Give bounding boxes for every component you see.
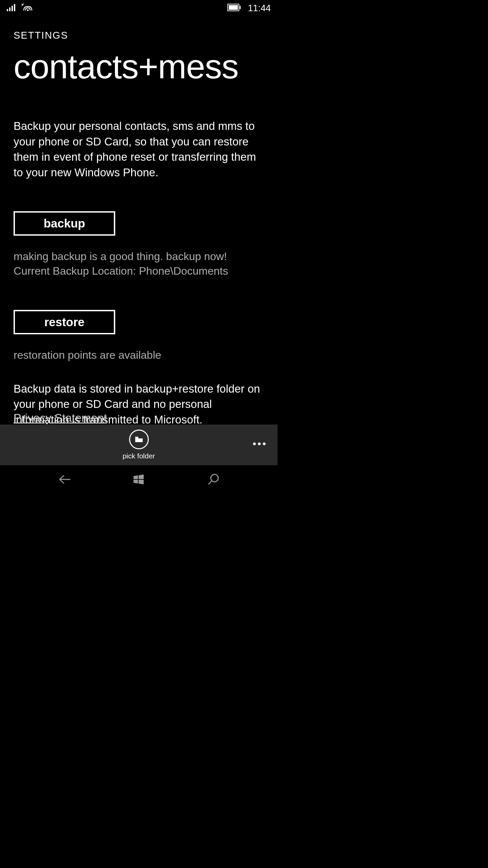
page-title: contacts+mess	[14, 47, 264, 86]
restore-button[interactable]: restore	[14, 310, 115, 334]
svg-rect-7	[240, 6, 241, 9]
svg-rect-0	[7, 9, 8, 11]
svg-rect-8	[135, 437, 138, 438]
svg-rect-2	[12, 6, 13, 11]
windows-button[interactable]	[128, 469, 149, 490]
page-category: SETTINGS	[14, 30, 264, 41]
pick-folder-button[interactable]: pick folder	[123, 430, 155, 460]
search-button[interactable]	[203, 469, 223, 490]
nav-bar	[0, 465, 278, 494]
content-area: SETTINGS contacts+mess Backup your perso…	[0, 30, 278, 427]
backup-hint: making backup is a good thing. backup no…	[14, 249, 264, 278]
svg-rect-1	[9, 7, 11, 11]
restore-hint: restoration points are available	[14, 348, 264, 362]
signal-icon	[7, 4, 16, 13]
status-left	[7, 3, 33, 13]
svg-point-4	[27, 9, 29, 11]
wifi-icon	[22, 3, 33, 13]
backup-button[interactable]: backup	[14, 211, 115, 236]
folder-icon	[129, 430, 149, 449]
status-time: 11:44	[248, 3, 271, 14]
app-bar: pick folder •••	[0, 425, 278, 465]
pick-folder-label: pick folder	[123, 452, 155, 460]
privacy-statement-link[interactable]: Privacy Statement	[14, 411, 107, 425]
status-bar: 11:44	[0, 0, 278, 16]
svg-rect-3	[14, 4, 15, 11]
back-button[interactable]	[54, 469, 75, 490]
svg-rect-6	[229, 5, 238, 10]
svg-line-10	[209, 481, 212, 484]
status-right: 11:44	[227, 3, 271, 14]
battery-icon	[227, 4, 241, 13]
more-button[interactable]: •••	[252, 438, 267, 450]
backup-description: Backup your personal contacts, sms and m…	[14, 118, 264, 180]
